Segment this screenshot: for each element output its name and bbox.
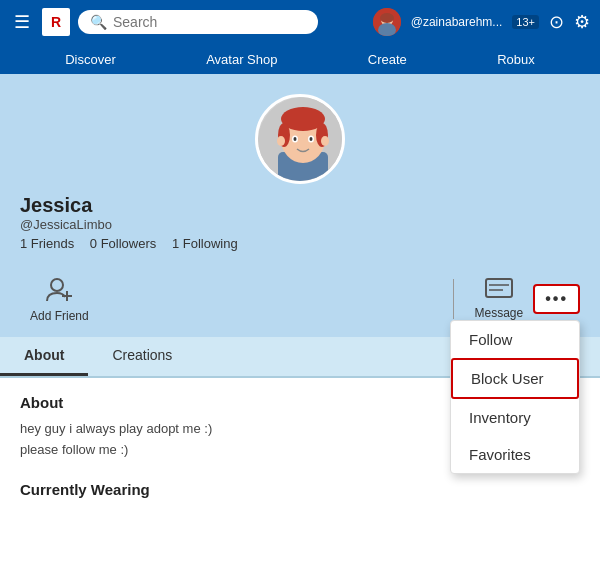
- three-dots-container: ••• Follow Block User Inventory Favorite…: [533, 284, 580, 314]
- profile-info: Jessica @JessicaLimbo 1 Friends 0 Follow…: [0, 194, 600, 261]
- message-button[interactable]: Message: [464, 274, 533, 324]
- dropdown-favorites[interactable]: Favorites: [451, 436, 579, 473]
- nav-create[interactable]: Create: [358, 52, 417, 67]
- user-avatar-nav[interactable]: [373, 8, 401, 36]
- search-icon: 🔍: [90, 14, 107, 30]
- dropdown-inventory[interactable]: Inventory: [451, 399, 579, 436]
- dropdown-block-user[interactable]: Block User: [451, 358, 579, 399]
- svg-rect-19: [486, 279, 512, 297]
- add-friend-label: Add Friend: [30, 309, 89, 323]
- svg-point-13: [310, 137, 313, 141]
- nav-robux[interactable]: Robux: [487, 52, 545, 67]
- top-navigation: ☰ R 🔍 @zainabarehm... 13+ ⊙ ⚙: [0, 0, 600, 44]
- robux-icon[interactable]: ⊙: [549, 11, 564, 33]
- message-label: Message: [474, 306, 523, 320]
- dropdown-menu: Follow Block User Inventory Favorites: [450, 320, 580, 474]
- svg-point-15: [321, 136, 329, 146]
- add-friend-group: Add Friend: [20, 271, 443, 327]
- svg-point-12: [294, 137, 297, 141]
- followers-count: 0 Followers: [90, 236, 156, 251]
- roblox-logo[interactable]: R: [42, 8, 70, 36]
- avatar: [255, 94, 345, 184]
- secondary-navigation: Discover Avatar Shop Create Robux: [0, 44, 600, 74]
- search-input[interactable]: [113, 14, 306, 30]
- nav-avatar-shop[interactable]: Avatar Shop: [196, 52, 287, 67]
- svg-point-14: [277, 136, 285, 146]
- svg-point-16: [51, 279, 63, 291]
- tab-about[interactable]: About: [0, 337, 88, 376]
- action-buttons-row: Add Friend Message ••• Fo: [0, 261, 600, 337]
- profile-wrapper: Jessica @JessicaLimbo 1 Friends 0 Follow…: [0, 74, 600, 562]
- hamburger-button[interactable]: ☰: [10, 7, 34, 37]
- profile-handle: @JessicaLimbo: [20, 217, 580, 232]
- profile-background: Jessica @JessicaLimbo 1 Friends 0 Follow…: [0, 74, 600, 337]
- profile-name: Jessica: [20, 194, 580, 217]
- add-friend-button[interactable]: Add Friend: [20, 271, 99, 327]
- nav-right-section: @zainabarehm... 13+ ⊙ ⚙: [373, 8, 590, 36]
- message-icon: [485, 278, 513, 306]
- settings-icon[interactable]: ⚙: [574, 11, 590, 33]
- age-badge: 13+: [512, 15, 539, 29]
- add-friend-icon: [45, 275, 73, 309]
- dropdown-follow[interactable]: Follow: [451, 321, 579, 358]
- avatar-container: [0, 94, 600, 184]
- search-bar-container: 🔍: [78, 10, 318, 34]
- tab-creations[interactable]: Creations: [88, 337, 196, 376]
- nav-discover[interactable]: Discover: [55, 52, 126, 67]
- three-dots-button[interactable]: •••: [533, 284, 580, 314]
- profile-stats: 1 Friends 0 Followers 1 Following: [20, 236, 580, 251]
- svg-point-3: [380, 13, 394, 23]
- following-count: 1 Following: [172, 236, 238, 251]
- currently-wearing-title: Currently Wearing: [20, 481, 580, 498]
- username-nav: @zainabarehm...: [411, 15, 503, 29]
- friends-count: 1 Friends: [20, 236, 74, 251]
- vertical-divider: [453, 279, 454, 319]
